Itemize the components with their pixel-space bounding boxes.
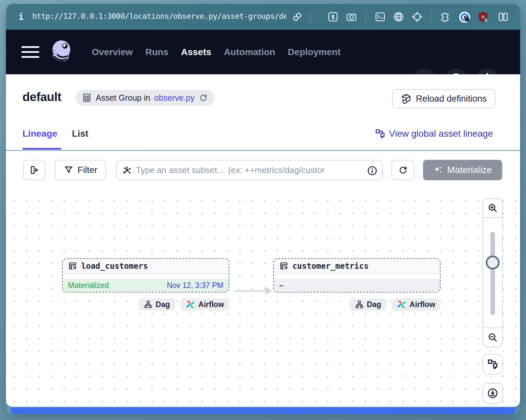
nav-item-assets[interactable]: Assets: [181, 47, 212, 57]
split-view-icon[interactable]: [498, 11, 509, 22]
extensions-puzzle-icon[interactable]: [440, 11, 451, 22]
airflow-logo-icon: [186, 300, 195, 309]
nav-item-overview[interactable]: Overview: [92, 47, 133, 57]
window-bottom-bar: [11, 407, 515, 414]
tag-airflow-label: Airflow: [198, 300, 224, 309]
browser-url-bar: i http://127.0.0.1:3000/locations/observ…: [6, 4, 520, 30]
download-icon: [487, 388, 498, 399]
asset-group-badge: Asset Group in observe.py: [75, 90, 214, 106]
asset-name: customer_metrics: [292, 262, 369, 271]
url-field[interactable]: http://127.0.0.1:3000/locations/observe.…: [32, 12, 286, 20]
asset-table-icon: [279, 262, 288, 271]
zoom-slider-thumb[interactable]: [486, 256, 500, 269]
tag-airflow[interactable]: Airflow: [181, 298, 229, 311]
toolbar-separator: [366, 11, 366, 23]
tag-airflow-label: Airflow: [410, 300, 435, 309]
asset-status-row: –: [274, 279, 440, 292]
asset-name: load_customers: [81, 262, 148, 271]
toolbar-separator: [431, 11, 431, 23]
tag-dag-label: Dag: [367, 300, 381, 309]
lineage-graph-icon: [375, 129, 385, 139]
tag-dag[interactable]: Dag: [139, 298, 175, 311]
zoom-panel: [482, 198, 503, 347]
zoom-in-icon: [487, 202, 498, 214]
zoom-in-button[interactable]: [483, 199, 502, 218]
panel-expand-icon: [29, 165, 40, 175]
reload-definitions-label: Reload definitions: [416, 94, 487, 104]
asset-node-customer-metrics[interactable]: customer_metrics –: [273, 258, 441, 293]
asset-tags-load-customers: Dag Airflow: [62, 298, 229, 311]
dag-icon: [144, 300, 152, 309]
tab-lineage[interactable]: Lineage: [22, 128, 57, 139]
hamburger-menu-button[interactable]: [21, 46, 39, 58]
page-title: default: [22, 90, 61, 104]
lineage-edge-arrowhead: [265, 287, 273, 295]
asset-timestamp: Nov 12, 3:37 PM: [167, 281, 223, 290]
terminal-icon[interactable]: [375, 11, 386, 22]
view-global-lineage-label: View global asset lineage: [389, 128, 493, 139]
asset-status: Materialized: [68, 281, 109, 290]
shield-badge-count: 2: [485, 18, 487, 22]
refresh-icon[interactable]: [199, 93, 208, 102]
asset-group-label: Asset Group in: [96, 93, 150, 103]
tag-dag[interactable]: Dag: [350, 298, 386, 311]
asset-subset-input[interactable]: [136, 160, 364, 180]
info-icon[interactable]: [367, 165, 378, 176]
asset-status-row: Materialized Nov 12, 3:37 PM: [63, 279, 229, 292]
asset-subset-input-wrap: [116, 160, 383, 180]
open-side-panel-button[interactable]: [23, 160, 46, 180]
screenshot-tool-icon[interactable]: [327, 11, 339, 22]
sparkles-icon: [433, 165, 443, 175]
crosshair-icon[interactable]: [411, 11, 423, 22]
airflow-logo-icon: [397, 300, 406, 309]
camera-icon[interactable]: [346, 11, 357, 22]
dagster-logo[interactable]: [47, 38, 76, 66]
dag-icon: [355, 300, 364, 309]
nav-item-deployment[interactable]: Deployment: [288, 47, 341, 57]
asset-status: –: [279, 281, 283, 290]
lineage-canvas[interactable]: load_customers Materialized Nov 12, 3:37…: [6, 190, 520, 407]
tag-dag-label: Dag: [156, 300, 170, 309]
reload-definitions-button[interactable]: Reload definitions: [392, 89, 495, 108]
page-info-icon[interactable]: i: [18, 12, 24, 22]
globe-icon[interactable]: [393, 11, 404, 22]
zoom-out-button[interactable]: [483, 328, 502, 347]
funnel-icon: [64, 165, 74, 175]
toolbar-separator: [310, 11, 311, 23]
adblock-shield-icon[interactable]: u 2: [477, 11, 488, 22]
view-tabs: Lineage List View global asset lineage: [6, 117, 520, 150]
lineage-toolbar: Filter: [6, 151, 520, 190]
reload-cube-icon: [401, 93, 412, 104]
view-global-lineage-link[interactable]: View global asset lineage: [375, 128, 493, 139]
tab-list[interactable]: List: [72, 128, 88, 139]
filter-label: Filter: [78, 165, 97, 175]
fit-graph-button[interactable]: [482, 354, 503, 374]
app-navbar: Overview Runs Assets Automation Deployme…: [6, 30, 520, 74]
asset-node-load-customers[interactable]: load_customers Materialized Nov 12, 3:37…: [62, 258, 229, 293]
page-header: default Asset Group in observe.py Reload…: [6, 74, 520, 117]
lineage-edge: [234, 290, 267, 292]
active-tab-indicator: [22, 148, 61, 150]
password-manager-icon[interactable]: [459, 11, 470, 22]
zoom-slider-track[interactable]: [490, 232, 495, 315]
materialize-button[interactable]: Materialize: [423, 160, 502, 180]
refresh-icon: [398, 165, 408, 175]
asset-tags-customer-metrics: Dag Airflow: [273, 298, 441, 311]
repo-grid-icon: [82, 93, 92, 103]
refresh-graph-button[interactable]: [391, 160, 414, 180]
asset-table-icon: [68, 262, 77, 271]
copy-link-icon[interactable]: [292, 11, 303, 22]
zoom-out-icon: [487, 332, 498, 343]
materialize-label: Materialize: [447, 165, 492, 175]
nav-item-automation[interactable]: Automation: [224, 47, 275, 57]
filter-button[interactable]: Filter: [55, 160, 106, 180]
code-location-link[interactable]: observe.py: [154, 93, 194, 103]
svg-text:u: u: [481, 14, 484, 19]
browser-window: i http://127.0.0.1:3000/locations/observ…: [6, 4, 520, 414]
asset-graph-query-icon: [122, 165, 132, 175]
nav-item-runs[interactable]: Runs: [146, 47, 169, 57]
lineage-graph-icon: [487, 359, 498, 369]
tag-airflow[interactable]: Airflow: [392, 298, 441, 311]
download-graph-button[interactable]: [482, 383, 503, 403]
primary-nav: Overview Runs Assets Automation Deployme…: [92, 30, 341, 74]
